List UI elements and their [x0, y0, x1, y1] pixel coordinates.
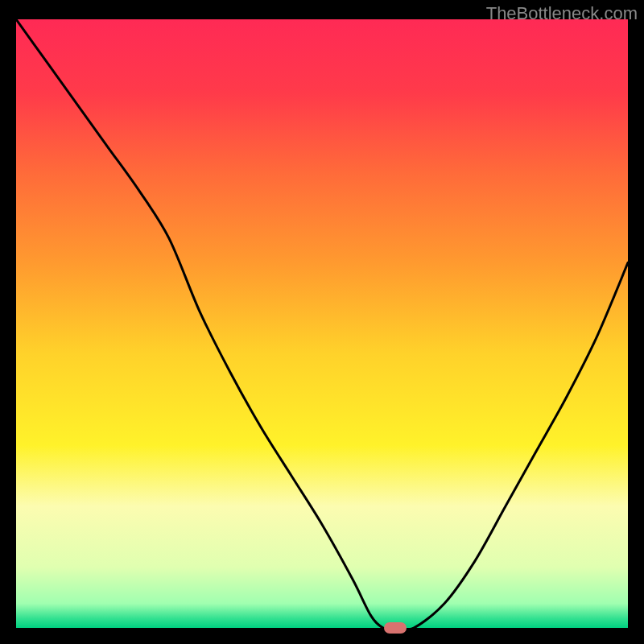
watermark-text: TheBottleneck.com — [486, 3, 638, 24]
chart-svg — [16, 19, 628, 628]
chart-background — [16, 19, 628, 628]
chart-marker — [384, 622, 407, 634]
chart-plot-area — [16, 19, 628, 628]
